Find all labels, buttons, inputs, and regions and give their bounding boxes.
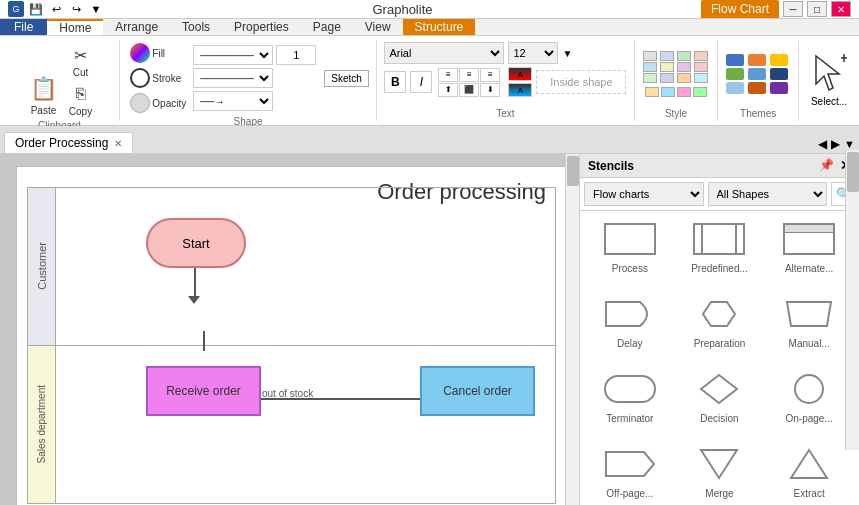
stencil-decision[interactable]: Decision xyxy=(683,369,755,424)
theme-0[interactable] xyxy=(726,54,744,66)
menu-home[interactable]: Home xyxy=(47,19,103,35)
stencils-pin-button[interactable]: 📌 xyxy=(819,158,834,173)
close-button[interactable]: ✕ xyxy=(831,1,851,17)
swatch-4[interactable] xyxy=(643,62,657,72)
v-scrollbar[interactable] xyxy=(565,154,579,505)
swatch-13[interactable] xyxy=(661,87,675,97)
stencil-process-shape xyxy=(600,219,660,259)
font-color-button[interactable]: A xyxy=(508,67,532,81)
swatch-0[interactable] xyxy=(643,51,657,61)
italic-button[interactable]: I xyxy=(410,71,432,93)
align-middle-button[interactable]: ⬛ xyxy=(459,83,479,97)
theme-3[interactable] xyxy=(726,68,744,80)
swatch-9[interactable] xyxy=(660,73,674,83)
stroke-button[interactable]: Stroke xyxy=(127,67,189,89)
stencil-preparation[interactable]: Preparation xyxy=(683,294,755,349)
stencils-filter-select[interactable]: All Shapes xyxy=(708,182,828,206)
swatch-5[interactable] xyxy=(660,62,674,72)
opacity-button[interactable]: Opacity xyxy=(127,92,189,114)
swatch-12[interactable] xyxy=(645,87,659,97)
quick-redo[interactable]: ↪ xyxy=(68,1,84,17)
stencils-row-1: Process Predefined... xyxy=(588,219,851,274)
stencil-offpage[interactable]: Off-page... xyxy=(594,444,666,499)
stencil-terminator[interactable]: Terminator xyxy=(594,369,666,424)
align-left-button[interactable]: ≡ xyxy=(438,68,458,82)
menu-page[interactable]: Page xyxy=(301,19,353,35)
tab-close-button[interactable]: ✕ xyxy=(114,138,122,149)
stencil-extract[interactable]: Extract xyxy=(773,444,845,499)
stencil-process[interactable]: Process xyxy=(594,219,666,274)
swatch-1[interactable] xyxy=(660,51,674,61)
start-shape[interactable]: Start xyxy=(146,218,246,268)
quick-save[interactable]: 💾 xyxy=(28,1,44,17)
align-right-button[interactable]: ≡ xyxy=(480,68,500,82)
paste-button[interactable]: 📋 Paste xyxy=(24,71,64,118)
stencil-predefined[interactable]: Predefined... xyxy=(683,219,755,274)
bold-button[interactable]: B xyxy=(384,71,406,93)
align-bottom-button[interactable]: ⬇ xyxy=(480,83,500,97)
stencil-delay[interactable]: Delay xyxy=(594,294,666,349)
align-center-button[interactable]: ≡ xyxy=(459,68,479,82)
align-top-button[interactable]: ⬆ xyxy=(438,83,458,97)
line-weight-input[interactable] xyxy=(276,45,316,65)
swatch-10[interactable] xyxy=(677,73,691,83)
sketch-button[interactable]: Sketch xyxy=(324,70,369,87)
stencil-manual-shape xyxy=(779,294,839,334)
theme-8[interactable] xyxy=(770,82,788,94)
copy-button[interactable]: ⎘ Copy xyxy=(66,81,96,118)
cancel-order-shape[interactable]: Cancel order xyxy=(420,366,535,416)
arrow-style-select[interactable]: ──→ ── xyxy=(193,91,273,111)
menu-structure[interactable]: Structure xyxy=(403,19,476,35)
stencils-scroll-thumb[interactable] xyxy=(847,154,859,192)
theme-2[interactable] xyxy=(770,54,788,66)
swatch-7[interactable] xyxy=(694,62,708,72)
swatch-2[interactable] xyxy=(677,51,691,61)
stencils-category-select[interactable]: Flow charts xyxy=(584,182,704,206)
stencil-manual[interactable]: Manual... xyxy=(773,294,845,349)
quick-dropdown[interactable]: ▼ xyxy=(88,1,104,17)
menu-tools[interactable]: Tools xyxy=(170,19,222,35)
theme-6[interactable] xyxy=(726,82,744,94)
menu-arrange[interactable]: Arrange xyxy=(103,19,170,35)
swatch-3[interactable] xyxy=(694,51,708,61)
stencil-alternate[interactable]: Alternate... xyxy=(773,219,845,274)
font-family-select[interactable]: Arial xyxy=(384,42,504,64)
opacity-icon xyxy=(130,93,150,113)
theme-7[interactable] xyxy=(748,82,766,94)
stencil-terminator-label: Terminator xyxy=(606,413,653,424)
tab-dropdown[interactable]: ▼ xyxy=(844,138,855,150)
quick-undo[interactable]: ↩ xyxy=(48,1,64,17)
fill-button[interactable]: Fill xyxy=(127,42,189,64)
swatch-11[interactable] xyxy=(694,73,708,83)
swatch-6[interactable] xyxy=(677,62,691,72)
themes-grid xyxy=(726,54,790,94)
tab-scroll-left[interactable]: ◀ xyxy=(818,137,827,151)
stencil-onpage[interactable]: On-page... xyxy=(773,369,845,424)
stencils-scrollbar[interactable] xyxy=(845,154,859,450)
menu-file[interactable]: File xyxy=(0,19,47,35)
diagram-tab-0[interactable]: Order Processing ✕ xyxy=(4,132,133,153)
canvas-area[interactable]: Order processing Customer Start xyxy=(0,154,579,505)
swatch-15[interactable] xyxy=(693,87,707,97)
stencils-row-2: Delay Preparation xyxy=(588,294,851,349)
tab-scroll-right[interactable]: ▶ xyxy=(831,137,840,151)
menu-view[interactable]: View xyxy=(353,19,403,35)
cut-button[interactable]: ✂ Cut xyxy=(66,42,96,79)
font-size-select[interactable]: 121416 xyxy=(508,42,558,64)
stencil-merge[interactable]: Merge xyxy=(683,444,755,499)
theme-4[interactable] xyxy=(748,68,766,80)
swatch-8[interactable] xyxy=(643,73,657,83)
maximize-button[interactable]: □ xyxy=(807,1,827,17)
theme-1[interactable] xyxy=(748,54,766,66)
receive-order-shape[interactable]: Receive order xyxy=(146,366,261,416)
theme-5[interactable] xyxy=(770,68,788,80)
swatch-14[interactable] xyxy=(677,87,691,97)
line-style-select[interactable]: ────────── - - - - - - xyxy=(193,45,273,65)
v-scrollbar-thumb[interactable] xyxy=(567,156,579,186)
font-size-dropdown[interactable]: ▼ xyxy=(562,48,572,59)
highlight-color-button[interactable]: A xyxy=(508,83,532,97)
shape-group: Fill Stroke Opacity ────────── xyxy=(120,40,377,121)
minimize-button[interactable]: ─ xyxy=(783,1,803,17)
line-style-select2[interactable]: ────────── xyxy=(193,68,273,88)
menu-properties[interactable]: Properties xyxy=(222,19,301,35)
